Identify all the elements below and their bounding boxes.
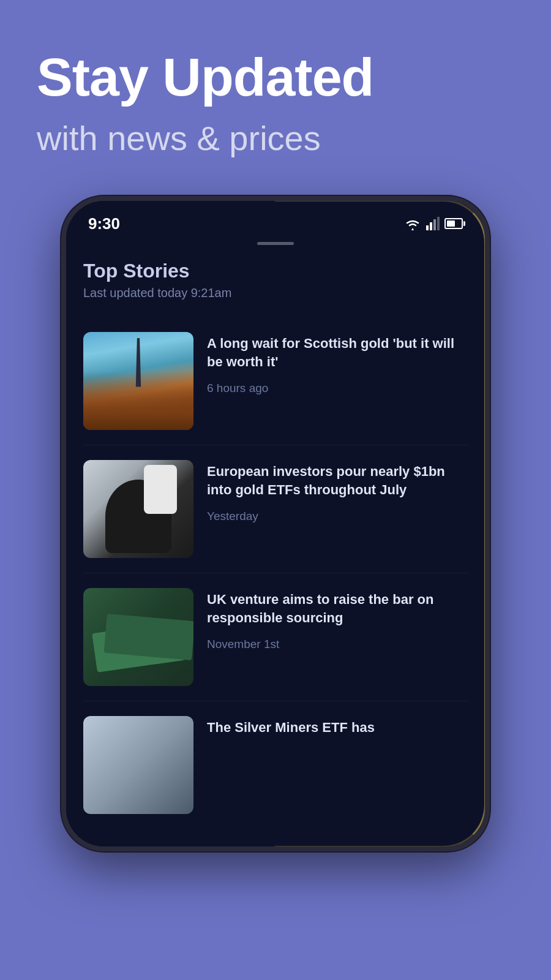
news-headline-2: European investors pour nearly $1bn into…	[207, 462, 468, 500]
status-bar: 9:30	[66, 201, 485, 239]
news-text-1: A long wait for Scottish gold 'but it wi…	[207, 332, 468, 396]
svg-rect-0	[426, 225, 429, 230]
news-time-2: Yesterday	[207, 510, 468, 523]
news-image-1	[83, 332, 193, 430]
svg-rect-3	[437, 217, 440, 230]
news-time-3: November 1st	[207, 638, 468, 651]
section-title: Top Stories	[83, 260, 468, 282]
news-image-4	[83, 716, 193, 814]
phone-frame: 9:30	[61, 196, 490, 851]
status-time: 9:30	[88, 214, 120, 233]
news-time-1: 6 hours ago	[207, 382, 468, 395]
news-headline-4: The Silver Miners ETF has	[207, 718, 468, 737]
last-updated-text: Last updated today 9:21am	[83, 286, 468, 300]
news-image-3	[83, 588, 193, 686]
news-item-1[interactable]: A long wait for Scottish gold 'but it wi…	[83, 317, 468, 445]
news-headline-1: A long wait for Scottish gold 'but it wi…	[207, 334, 468, 372]
hero-section: Stay Updated with news & prices	[0, 0, 551, 184]
screen-content: Top Stories Last updated today 9:21am A …	[66, 245, 485, 846]
phone-screen: 9:30	[66, 201, 485, 846]
news-headline-3: UK venture aims to raise the bar on resp…	[207, 590, 468, 628]
news-text-2: European investors pour nearly $1bn into…	[207, 460, 468, 524]
news-image-2	[83, 460, 193, 558]
svg-rect-2	[433, 219, 436, 230]
status-icons	[404, 217, 463, 230]
hero-subtitle: with news & prices	[37, 118, 514, 159]
signal-icon	[426, 217, 440, 230]
svg-rect-1	[430, 222, 432, 230]
battery-icon	[444, 218, 463, 229]
wifi-icon	[404, 217, 421, 230]
phone-mockup: 9:30	[61, 196, 490, 851]
news-list: A long wait for Scottish gold 'but it wi…	[83, 317, 468, 814]
news-item-4[interactable]: The Silver Miners ETF has	[83, 701, 468, 814]
news-item-3[interactable]: UK venture aims to raise the bar on resp…	[83, 573, 468, 701]
news-text-4: The Silver Miners ETF has	[207, 716, 468, 747]
news-item-2[interactable]: European investors pour nearly $1bn into…	[83, 445, 468, 573]
hero-title: Stay Updated	[37, 49, 514, 105]
news-text-3: UK venture aims to raise the bar on resp…	[207, 588, 468, 652]
